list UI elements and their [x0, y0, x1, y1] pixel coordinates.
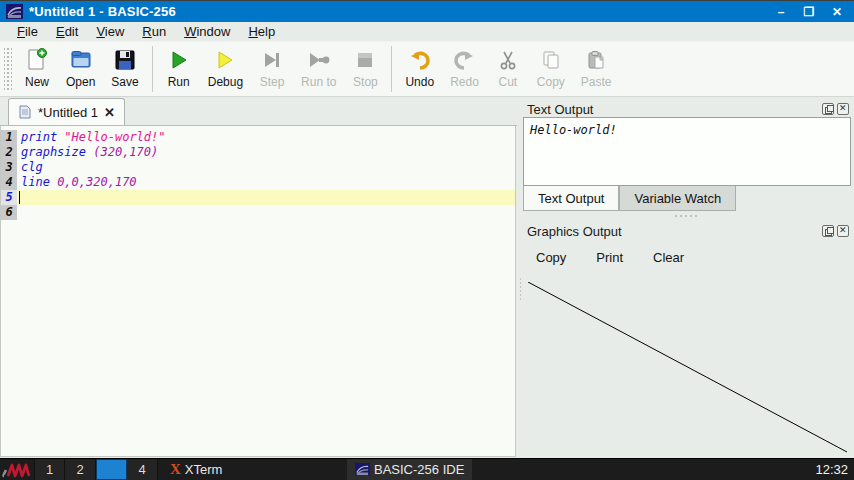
line-number: 4 — [1, 175, 17, 190]
graphics-output-title: Graphics Output — [527, 224, 622, 239]
restore-button[interactable]: ❐ — [802, 5, 816, 19]
graphics-clear-button[interactable]: Clear — [643, 246, 694, 269]
close-panel-icon[interactable] — [837, 103, 849, 115]
menu-bar: File Edit View Run Window Help — [0, 22, 854, 42]
line-number: 3 — [1, 160, 17, 175]
xterm-icon: X — [170, 461, 181, 478]
app-icon — [6, 4, 23, 19]
menu-run[interactable]: Run — [133, 22, 175, 41]
close-panel-icon[interactable] — [837, 225, 849, 237]
paste-button[interactable]: Paste — [573, 42, 620, 96]
toolbar: New Open Save — [0, 42, 854, 97]
taskbar-clock: 12:32 — [815, 459, 848, 480]
toolbar-separator — [152, 46, 153, 92]
new-document-icon — [26, 47, 48, 73]
paste-clipboard-icon — [585, 47, 607, 73]
new-button[interactable]: New — [16, 42, 58, 96]
code-editor[interactable]: 1 print "Hello-world!" 2 graphsize (320,… — [0, 126, 516, 457]
run-to-button[interactable]: Run to — [293, 42, 344, 96]
titlebar: *Untitled 1 - BASIC-256 – ❐ ✕ — [0, 0, 854, 22]
menu-view[interactable]: View — [87, 22, 133, 41]
jwm-logo-icon[interactable] — [0, 459, 34, 480]
panel-splitter-handle[interactable] — [518, 213, 854, 219]
text-output-content: Hello-world! — [530, 123, 617, 137]
copy-button[interactable]: Copy — [529, 42, 573, 96]
document-icon — [18, 105, 32, 119]
save-button[interactable]: Save — [103, 42, 146, 96]
workspace-4[interactable]: 4 — [127, 459, 158, 480]
code-line-current: 5 — [1, 190, 515, 205]
code-line: 1 print "Hello-world!" — [1, 130, 515, 145]
code-line: 6 — [1, 205, 515, 220]
line-number: 1 — [1, 130, 17, 145]
redo-button[interactable]: Redo — [442, 42, 487, 96]
text-caret — [19, 191, 20, 204]
open-button[interactable]: Open — [58, 42, 103, 96]
diagonal-line — [528, 282, 847, 452]
debug-button[interactable]: Debug — [200, 42, 251, 96]
main-area: *Untitled 1 ✕ 1 print "Hello-world!" 2 g… — [0, 97, 854, 458]
open-folder-icon — [69, 47, 93, 73]
taskbar-xterm-button[interactable]: X XTerm — [162, 459, 230, 480]
graphics-copy-button[interactable]: Copy — [526, 246, 576, 269]
drawn-line-graphic — [528, 282, 848, 453]
workspace-2[interactable]: 2 — [65, 459, 96, 480]
graphics-output-canvas — [518, 271, 854, 458]
undo-button[interactable]: Undo — [397, 42, 442, 96]
line-number: 2 — [1, 145, 17, 160]
output-tabs: Text Output Variable Watch — [523, 186, 851, 211]
step-icon — [262, 47, 282, 73]
tab-text-output[interactable]: Text Output — [523, 186, 619, 211]
stop-button[interactable]: Stop — [344, 42, 386, 96]
code-line: 2 graphsize (320,170) — [1, 145, 515, 160]
menu-edit[interactable]: Edit — [47, 22, 87, 41]
tab-close-icon[interactable]: ✕ — [104, 105, 115, 120]
workspace-1[interactable]: 1 — [34, 459, 65, 480]
tab-untitled-1[interactable]: *Untitled 1 ✕ — [8, 98, 125, 125]
editor-pane: *Untitled 1 ✕ 1 print "Hello-world!" 2 g… — [0, 97, 517, 458]
debug-play-icon — [215, 47, 235, 73]
window-title: *Untitled 1 - BASIC-256 — [29, 4, 774, 19]
close-button[interactable]: ✕ — [830, 5, 844, 19]
stop-icon — [355, 47, 375, 73]
undo-icon — [408, 47, 432, 73]
editor-tab-bar: *Untitled 1 ✕ — [0, 97, 517, 126]
run-to-icon — [307, 47, 331, 73]
copy-pages-icon — [540, 47, 562, 73]
menu-window[interactable]: Window — [175, 22, 239, 41]
graphics-toolbar-handle[interactable] — [519, 277, 523, 301]
text-output-dock-titlebar: Text Output — [518, 99, 854, 119]
toolbar-drag-handle[interactable] — [4, 48, 12, 90]
line-number: 5 — [1, 190, 17, 205]
cut-scissors-icon — [497, 47, 519, 73]
menu-help[interactable]: Help — [239, 22, 284, 41]
right-pane: Text Output Hello-world! Text Output Var… — [518, 97, 854, 458]
run-play-icon — [169, 47, 189, 73]
taskbar: 1 2 3 4 X XTerm BASIC-256 IDE 12:32 — [0, 458, 854, 480]
tab-label: *Untitled 1 — [38, 105, 98, 120]
basic256-icon — [355, 463, 370, 476]
workspace-3-active[interactable]: 3 — [96, 459, 127, 480]
redo-icon — [452, 47, 476, 73]
toolbar-separator — [391, 46, 392, 92]
step-button[interactable]: Step — [251, 42, 293, 96]
tab-variable-watch[interactable]: Variable Watch — [619, 186, 736, 211]
save-floppy-icon — [114, 47, 136, 73]
graphics-print-button[interactable]: Print — [586, 246, 633, 269]
float-panel-icon[interactable] — [822, 225, 834, 237]
text-output-area[interactable]: Hello-world! — [523, 117, 851, 186]
cut-button[interactable]: Cut — [487, 42, 529, 96]
basic256-window: *Untitled 1 - BASIC-256 – ❐ ✕ File Edit … — [0, 0, 854, 480]
line-number: 6 — [1, 205, 17, 220]
minimize-button[interactable]: – — [774, 5, 788, 19]
graphics-toolbar: Copy Print Clear — [526, 243, 854, 271]
text-output-title: Text Output — [527, 102, 593, 117]
menu-file[interactable]: File — [8, 22, 47, 41]
taskbar-basic256-button[interactable]: BASIC-256 IDE — [347, 459, 472, 480]
code-line: 4 line 0,0,320,170 — [1, 175, 515, 190]
code-line: 3 clg — [1, 160, 515, 175]
run-button[interactable]: Run — [158, 42, 200, 96]
graphics-output-dock-titlebar: Graphics Output — [518, 221, 854, 241]
float-panel-icon[interactable] — [822, 103, 834, 115]
